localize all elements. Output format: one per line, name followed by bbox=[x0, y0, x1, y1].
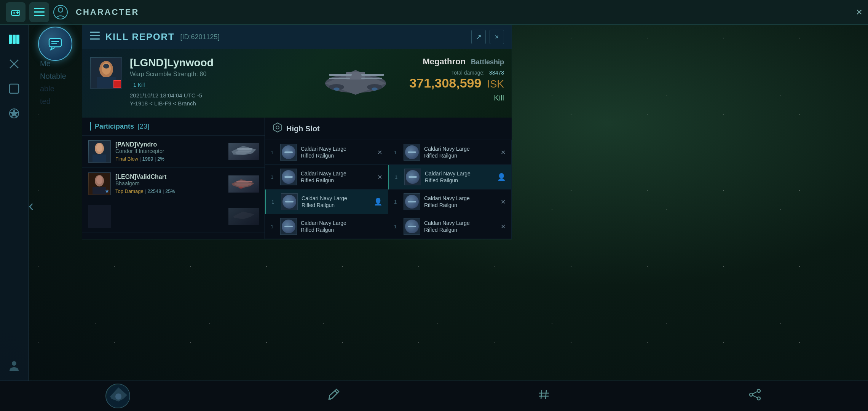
railgun-icon bbox=[282, 170, 295, 184]
slot-remove-button[interactable]: ✕ bbox=[501, 198, 506, 206]
svg-point-42 bbox=[96, 143, 102, 152]
participant-2-ship-image bbox=[228, 175, 259, 193]
highslot-icon bbox=[273, 122, 282, 135]
participant-1-stat-label: Final Blow bbox=[115, 156, 138, 162]
kill-count-badge: 1 Kill bbox=[130, 81, 148, 89]
participant-2-ship: Bhaalgorn bbox=[115, 180, 224, 186]
slot-item-name: Caldari Navy LargeRifled Railgun bbox=[425, 170, 493, 184]
sidebar-item-person[interactable] bbox=[6, 358, 23, 375]
slot-remove-button[interactable]: ✕ bbox=[377, 149, 382, 156]
gamepad-icon[interactable] bbox=[6, 2, 26, 22]
participant-item: [PAND]Vyndro Condor II Interceptor Final… bbox=[82, 135, 265, 168]
slot-item-name: Caldari Navy LargeRifled Railgun bbox=[424, 220, 497, 233]
bottom-bar bbox=[0, 381, 868, 411]
slot-number: 1 bbox=[271, 150, 276, 155]
modal-menu-icon[interactable] bbox=[90, 32, 100, 42]
participant-2-stats: Top Damage | 22548 | 25% bbox=[115, 188, 224, 194]
participants-bar-accent bbox=[90, 122, 91, 131]
ship-image-area bbox=[306, 57, 405, 110]
slot-icon bbox=[404, 144, 420, 161]
slot-item-highlighted: 1 Caldari Navy LargeRifled Railgun 👤 bbox=[265, 190, 388, 214]
slot-item-name: Caldari Navy LargeRifled Railgun bbox=[302, 195, 370, 209]
participants-count: [23] bbox=[138, 123, 149, 131]
svg-rect-12 bbox=[9, 35, 12, 44]
bg-text-ted: ted bbox=[40, 97, 51, 106]
bg-text-able: able bbox=[40, 84, 54, 93]
svg-rect-3 bbox=[17, 11, 18, 14]
slot-remove-button[interactable]: ✕ bbox=[501, 149, 506, 156]
hash-button[interactable] bbox=[536, 387, 552, 405]
slot-item-info: Caldari Navy LargeRifled Railgun bbox=[424, 195, 497, 209]
slot-remove-button[interactable]: ✕ bbox=[501, 223, 506, 230]
modal-export-button[interactable]: ↗ bbox=[471, 30, 486, 44]
svg-point-56 bbox=[239, 186, 243, 189]
svg-marker-59 bbox=[273, 123, 282, 132]
slot-item-name: Caldari Navy LargeRifled Railgun bbox=[301, 145, 373, 159]
participant-3-avatar bbox=[88, 205, 111, 228]
sidebar-item-bars[interactable] bbox=[6, 30, 23, 48]
slot-icon bbox=[404, 193, 420, 210]
slot-item: 1 Caldari Navy LargeRifled Railgun ✕ bbox=[265, 140, 388, 165]
ship-type: Megathron Battleship bbox=[409, 57, 504, 67]
ship-name: Megathron bbox=[423, 57, 465, 66]
modal-close-button[interactable]: × bbox=[490, 30, 504, 44]
svg-line-67 bbox=[546, 390, 546, 399]
modal-title: KILL REPORT bbox=[105, 32, 175, 42]
kill-content: Participants [23] [PAND]V bbox=[82, 118, 512, 239]
slot-icon bbox=[280, 144, 297, 161]
participant-1-avatar bbox=[88, 140, 111, 163]
slot-item-highlighted: 1 Caldari Navy LargeRifled Railgun 👤 bbox=[388, 165, 512, 190]
participant-1-damage: 1989 bbox=[142, 156, 153, 162]
sidebar-item-circle[interactable] bbox=[6, 80, 23, 97]
total-damage-label: Total damage: bbox=[451, 70, 485, 76]
slot-grid: 1 Caldari Navy LargeRifled Railgun ✕ 1 bbox=[265, 140, 512, 239]
sidebar-item-close[interactable] bbox=[6, 55, 23, 72]
slot-item-name: Caldari Navy LargeRifled Railgun bbox=[301, 220, 382, 233]
svg-line-64 bbox=[335, 391, 337, 393]
kill-info-header: [LGND]Lynwood Warp Scramble Strength: 80… bbox=[82, 49, 512, 118]
close-button[interactable]: × bbox=[856, 6, 862, 18]
svg-line-66 bbox=[541, 390, 542, 399]
svg-rect-23 bbox=[90, 38, 100, 40]
participant-2-star-icon: ★ bbox=[105, 188, 110, 194]
chat-bubble-button[interactable] bbox=[38, 27, 72, 61]
svg-marker-58 bbox=[233, 212, 254, 219]
edit-button[interactable] bbox=[326, 387, 341, 405]
share-button[interactable] bbox=[747, 387, 763, 405]
svg-point-39 bbox=[372, 88, 378, 91]
slot-number: 1 bbox=[394, 150, 400, 155]
top-bar: CHARACTER × bbox=[0, 0, 868, 25]
highslot-title: High Slot bbox=[286, 124, 320, 133]
svg-rect-54 bbox=[236, 181, 252, 182]
slot-item: 1 Caldari Navy LargeRifled Railgun bbox=[265, 214, 388, 239]
slot-item: 1 Caldari Navy LargeRifled Railgun ✕ bbox=[388, 190, 512, 214]
participant-1-name: [PAND]Vyndro bbox=[115, 141, 224, 148]
total-damage-row: Total damage: 88478 bbox=[409, 70, 504, 76]
svg-rect-46 bbox=[237, 148, 252, 150]
separator-1: | bbox=[140, 156, 142, 162]
svg-rect-57 bbox=[88, 205, 111, 228]
participant-1-ship-image bbox=[228, 143, 259, 160]
svg-rect-21 bbox=[90, 32, 100, 33]
menu-icon[interactable] bbox=[29, 2, 49, 22]
kill-type: Kill bbox=[409, 94, 504, 102]
slot-item-info: Caldari Navy LargeRifled Railgun bbox=[301, 145, 373, 159]
bottom-thumbnail[interactable] bbox=[105, 384, 130, 408]
slot-number: 1 bbox=[271, 199, 277, 205]
back-button[interactable]: ‹ bbox=[29, 197, 34, 214]
participant-2-info: [LEGN]ValidChart Bhaalgorn Top Damage | … bbox=[115, 174, 224, 194]
character-icon bbox=[53, 5, 68, 20]
svg-line-74 bbox=[753, 395, 757, 398]
slot-item-info: Caldari Navy LargeRifled Railgun bbox=[301, 170, 373, 184]
slot-remove-button[interactable]: ✕ bbox=[377, 174, 382, 181]
railgun-icon bbox=[406, 170, 420, 184]
svg-rect-55 bbox=[237, 184, 252, 185]
svg-rect-27 bbox=[97, 77, 116, 88]
slot-person-icon: 👤 bbox=[374, 198, 382, 206]
bg-text-notable: Notable bbox=[40, 72, 66, 81]
pilot-red-badge bbox=[113, 80, 121, 88]
sidebar-item-star[interactable] bbox=[6, 105, 23, 122]
slot-item-name: Caldari Navy LargeRifled Railgun bbox=[424, 145, 497, 159]
slot-item-name: Caldari Navy LargeRifled Railgun bbox=[424, 195, 497, 209]
highslot-panel: High Slot 1 Caldari Navy LargeRifled Rai… bbox=[265, 118, 512, 239]
